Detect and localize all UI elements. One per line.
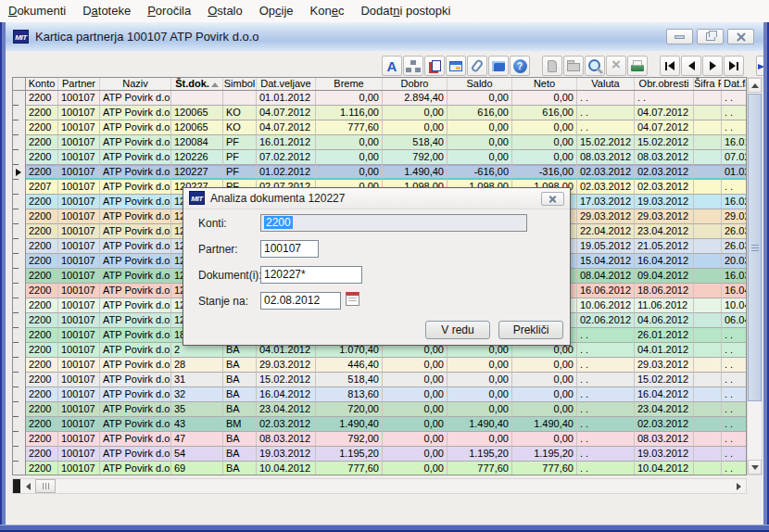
column-header-naziv[interactable]: Naziv — [100, 78, 171, 90]
row-selector[interactable] — [13, 269, 26, 284]
cell-obr-obresti: . . — [635, 91, 694, 106]
vertical-scrollbar[interactable] — [747, 77, 763, 475]
table-row[interactable]: 2200100107ATP Povirk d.o.o120065KO04.07.… — [13, 120, 747, 135]
row-selector[interactable] — [13, 328, 26, 343]
next-record-button[interactable] — [702, 56, 723, 76]
table-row[interactable]: 2200100107ATP Povirk d.o.o120084PF16.01.… — [13, 135, 747, 150]
row-selector[interactable] — [13, 358, 26, 373]
first-record-button[interactable] — [660, 56, 680, 76]
menu-item-opcije[interactable]: Opcije — [251, 0, 302, 22]
row-selector[interactable] — [13, 402, 26, 417]
previous-record-button[interactable] — [681, 56, 701, 76]
cards-icon — [449, 61, 462, 71]
row-selector[interactable] — [13, 432, 26, 447]
search-button[interactable] — [585, 56, 605, 76]
row-selector[interactable] — [13, 447, 26, 462]
split-handle[interactable] — [13, 479, 20, 493]
table-row[interactable]: 2200100107ATP Povirk d.o.o32BA16.04.2012… — [13, 387, 747, 402]
column-header-dobro[interactable]: Dobro — [383, 78, 448, 90]
table-row[interactable]: 2200100107ATP Povirk d.o.o120227PF01.02.… — [13, 165, 747, 180]
row-selector[interactable] — [13, 417, 26, 432]
monitor-button[interactable] — [488, 56, 509, 76]
table-row[interactable]: 2200100107ATP Povirk d.o.o47BA08.03.2012… — [13, 432, 747, 447]
column-header-partner[interactable]: Partner — [58, 78, 100, 90]
table-row[interactable]: 2200100107ATP Povirk d.o.o43BM02.03.2012… — [13, 417, 747, 432]
column-header-st-dok[interactable]: Št.dok. — [171, 78, 223, 90]
minimize-button[interactable] — [666, 29, 693, 44]
column-header-breme[interactable]: Breme — [316, 78, 383, 90]
column-header-konto[interactable]: Konto — [26, 78, 58, 90]
column-header-simbol[interactable]: Simbol — [223, 78, 257, 90]
restore-button[interactable] — [697, 29, 724, 44]
dialog-titlebar[interactable]: MIT Analiza dokumenta 120227 — [183, 188, 570, 209]
help-button[interactable]: ? — [510, 56, 530, 76]
ok-button[interactable]: V redu — [425, 321, 490, 339]
row-selector[interactable] — [13, 180, 26, 195]
column-header-valuta[interactable]: Valuta — [577, 78, 635, 90]
documents-button[interactable] — [424, 56, 445, 76]
calendar-icon[interactable] — [346, 292, 359, 306]
scroll-down-button[interactable] — [748, 460, 762, 475]
horizontal-scrollbar-thumb[interactable] — [35, 479, 56, 493]
column-header-sifra-fi[interactable]: Šifra FI — [694, 78, 722, 90]
close-button[interactable] — [727, 29, 754, 44]
column-header-dat-veljave[interactable]: Dat.veljave — [257, 78, 316, 90]
dokument-field[interactable]: 120227* — [260, 266, 362, 284]
menu-item-datoteke[interactable]: Datoteke — [74, 0, 139, 22]
row-selector[interactable] — [13, 224, 26, 239]
hierarchy-button[interactable] — [403, 56, 423, 76]
menu-item-dodatni-postopki[interactable]: Dodatni postopki — [352, 0, 459, 22]
table-row[interactable]: 2200100107ATP Povirk d.o.o120226PF07.02.… — [13, 150, 747, 165]
row-selector[interactable] — [13, 91, 26, 106]
row-selector[interactable] — [13, 298, 26, 313]
row-selector[interactable] — [13, 165, 26, 180]
table-row[interactable]: 2200100107ATP Povirk d.o.o31BA15.02.2012… — [13, 373, 747, 387]
row-selector[interactable] — [13, 387, 26, 402]
partner-field[interactable]: 100107 — [260, 240, 319, 258]
column-header-obr-obresti[interactable]: Obr.obresti — [635, 78, 694, 90]
menu-item-dokumenti[interactable]: Dokumenti — [0, 0, 74, 22]
table-row[interactable]: 2200100107ATP Povirk d.o.o69BA10.04.2012… — [13, 462, 747, 475]
scroll-left-button[interactable] — [20, 479, 35, 493]
row-selector[interactable] — [13, 195, 26, 209]
last-record-button[interactable] — [724, 56, 744, 76]
row-selector[interactable] — [13, 313, 26, 328]
scroll-right-button[interactable] — [731, 479, 746, 493]
exit-button[interactable] — [756, 56, 763, 76]
window-titlebar[interactable]: MIT Kartica partnerja 100107 ATP Povirk … — [6, 22, 763, 51]
row-selector[interactable] — [13, 135, 26, 150]
cell-konto: 2200 — [26, 298, 58, 313]
table-row[interactable]: 2200100107ATP Povirk d.o.o120065KO04.07.… — [13, 106, 747, 120]
konti-field[interactable]: 2200 — [260, 214, 527, 232]
row-selector[interactable] — [13, 239, 26, 254]
horizontal-scrollbar[interactable] — [12, 478, 747, 494]
cards-button[interactable] — [446, 56, 466, 76]
table-row[interactable]: 2200100107ATP Povirk d.o.o28BA29.03.2012… — [13, 358, 747, 373]
print-button[interactable] — [627, 56, 648, 76]
column-header-dat-fak[interactable]: Dat.fak — [722, 78, 747, 90]
table-row[interactable]: 2200100107ATP Povirk d.o.o54BA19.03.2012… — [13, 447, 747, 462]
column-header-saldo[interactable]: Saldo — [448, 78, 512, 90]
row-selector[interactable] — [13, 120, 26, 135]
menu-item-ostalo[interactable]: Ostalo — [199, 0, 251, 22]
menu-item-konec[interactable]: Konec — [302, 0, 353, 22]
scroll-up-button[interactable] — [748, 78, 762, 93]
row-selector[interactable] — [13, 373, 26, 387]
row-selector[interactable] — [13, 209, 26, 224]
table-row[interactable]: 2200100107ATP Povirk d.o.o01.01.20120,00… — [13, 91, 747, 106]
dialog-close-button[interactable] — [541, 192, 564, 206]
row-selector[interactable] — [13, 284, 26, 298]
paperclip-button[interactable] — [467, 56, 487, 76]
table-row[interactable]: 2200100107ATP Povirk d.o.o35BA23.04.2012… — [13, 402, 747, 417]
menu-item-porocila[interactable]: Poročila — [139, 0, 199, 22]
row-selector[interactable] — [13, 462, 26, 475]
column-header-neto[interactable]: Neto — [512, 78, 577, 90]
cancel-button[interactable]: Prekliči — [498, 321, 563, 339]
stanje-na-field[interactable]: 02.08.2012 — [260, 292, 341, 310]
row-selector[interactable] — [13, 343, 26, 358]
row-selector[interactable] — [13, 254, 26, 269]
row-selector[interactable] — [13, 150, 26, 165]
font-style-button[interactable]: A — [382, 56, 402, 76]
row-selector[interactable] — [13, 106, 26, 120]
vertical-scrollbar-thumb[interactable] — [748, 94, 762, 401]
